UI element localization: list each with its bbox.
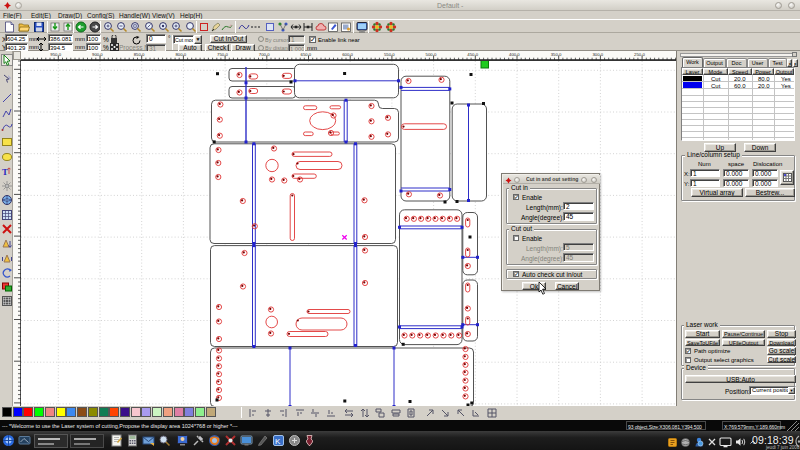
svg-text:650.0: 650.0 [301, 52, 312, 57]
svg-text:T: T [2, 167, 8, 177]
svg-text:400.0: 400.0 [509, 52, 520, 57]
svg-text:850.0: 850.0 [134, 52, 145, 57]
svg-text:700.0: 700.0 [259, 52, 270, 57]
svg-text:500.0: 500.0 [426, 52, 437, 57]
svg-text:750.0: 750.0 [217, 52, 228, 57]
svg-text:350.0: 350.0 [551, 52, 562, 57]
svg-text:600.0: 600.0 [342, 52, 353, 57]
svg-text:250.0: 250.0 [634, 52, 645, 57]
svg-text:900.0: 900.0 [92, 52, 103, 57]
svg-text:550.0: 550.0 [384, 52, 395, 57]
svg-text:300.0: 300.0 [592, 52, 603, 57]
svg-text:K: K [275, 437, 281, 446]
svg-text:800.0: 800.0 [175, 52, 186, 57]
svg-text:950.0: 950.0 [50, 52, 61, 57]
svg-text:450.0: 450.0 [467, 52, 478, 57]
